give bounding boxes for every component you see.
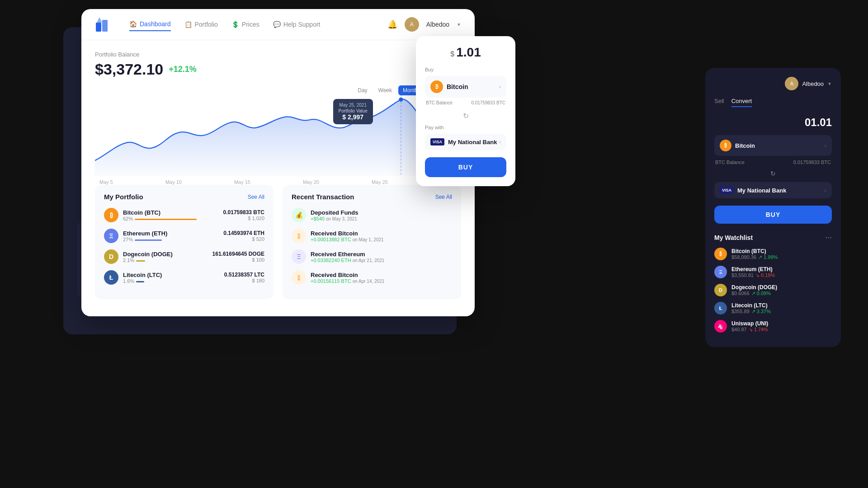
w-coin-name: Ethereum (ETH): [731, 266, 832, 272]
buy-coin-name: Bitcoin: [447, 83, 468, 90]
chevron-down-icon: ▼: [457, 22, 461, 27]
coin-pct: 1.6%: [123, 278, 224, 284]
coin-icon: D: [104, 249, 118, 264]
pay-with-selector[interactable]: VISA My National Bank ›: [425, 134, 506, 150]
chart-svg: [95, 94, 461, 176]
buy-section-label: Buy: [425, 67, 506, 72]
portfolio-see-all[interactable]: See All: [248, 194, 264, 200]
nav-prices[interactable]: 💲 Prices: [231, 18, 259, 31]
transactions-panel: Recent Transaction See All 💰 Deposited F…: [283, 185, 461, 299]
buy-button[interactable]: BUY: [425, 157, 506, 177]
username-nav[interactable]: Albedoo: [426, 21, 449, 28]
coin-amounts: 0.51238357 LTC $ 180: [224, 272, 264, 283]
transactions-see-all[interactable]: See All: [435, 194, 452, 200]
dark-btc-icon: ₿: [720, 140, 731, 151]
w-coin-info: Dogecoin (DOGE) $0.6066 ↗ 0.09%: [731, 284, 832, 296]
dark-tabs: Sell Convert: [714, 98, 832, 107]
progress-bar: [136, 281, 144, 282]
portfolio-icon: 📋: [184, 21, 192, 28]
coin-name: Dogecoin (DOGE): [123, 251, 212, 258]
coin-amounts: 0.01759833 BTC $ 1,020: [223, 209, 264, 221]
x-label-may10: May 10: [165, 179, 182, 185]
portfolio-label: Portfolio Balance: [95, 51, 461, 58]
btc-balance-value: 0.01759833 BTC: [471, 100, 505, 105]
w-price-change: ↗ 1.99%: [758, 254, 778, 260]
w-coin-icon: 🦄: [714, 320, 727, 333]
w-coin-info: Bitcoin (BTC) $58,090.36 ↗ 1.99%: [731, 248, 832, 260]
coin-amounts: 161.61694645 DOGE $ 100: [212, 251, 264, 263]
coin-pct: 62%: [123, 216, 223, 221]
dark-bank-chevron-icon: ›: [824, 187, 826, 194]
buy-coin-selector[interactable]: ₿ Bitcoin ›: [425, 76, 506, 98]
dark-balance-row: BTC Balance 0.01759833 BTC: [714, 160, 832, 165]
tx-name: Received Bitcoin: [311, 272, 452, 278]
notification-icon[interactable]: 🔔: [387, 19, 397, 29]
dark-nav: A Albedoo ▼: [714, 77, 832, 90]
tx-item: 💰 Deposited Funds +$540 on May 3, 2021: [292, 208, 452, 222]
portfolio-item: Ξ Ethereum (ETH) 27% 0.14593974 ETH $ 52…: [104, 229, 264, 243]
coin-pct: 2.1%: [123, 258, 212, 263]
dark-tab-convert[interactable]: Convert: [731, 98, 752, 107]
svg-rect-1: [102, 20, 108, 32]
portfolio-panel-header: My Portfolio See All: [104, 193, 264, 201]
watchlist-item: D Dogecoin (DOGE) $0.6066 ↗ 0.09%: [714, 284, 832, 296]
right-dark-panel: A Albedoo ▼ Sell Convert 01.01 ₿ Bitcoin…: [705, 68, 841, 347]
w-coin-name: Dogecoin (DOGE): [731, 284, 832, 291]
chart-xaxis: May 5 May 10 May 15 May 20 May 25 May 30: [95, 179, 461, 185]
tx-name: Received Bitcoin: [311, 230, 452, 237]
coin-name: Ethereum (ETH): [123, 230, 223, 237]
nav-help[interactable]: 💬 Help Support: [273, 18, 321, 31]
coin-crypto: 0.51238357 LTC: [224, 272, 264, 278]
balance-change: +12.1%: [169, 65, 197, 74]
watchlist-more-icon[interactable]: ···: [825, 233, 832, 242]
w-coin-name: Bitcoin (BTC): [731, 248, 832, 254]
tx-detail: +0.03382240 ETH on Apr 21, 2021: [311, 258, 452, 263]
w-price: $58,090.36: [731, 254, 756, 260]
portfolio-item: ₿ Bitcoin (BTC) 62% 0.01759833 BTC $ 1,0…: [104, 208, 264, 222]
buy-amount: 1.01: [456, 45, 481, 60]
bottom-panels: My Portfolio See All ₿ Bitcoin (BTC) 62%…: [95, 185, 461, 299]
tx-items: 💰 Deposited Funds +$540 on May 3, 2021 ₿…: [292, 208, 452, 285]
visa-icon: VISA: [430, 138, 444, 145]
buy-amount-display: $ 1.01: [425, 45, 506, 60]
transactions-panel-title: Recent Transaction: [292, 193, 354, 201]
coin-crypto: 0.14593974 ETH: [223, 230, 264, 236]
portfolio-panel: My Portfolio See All ₿ Bitcoin (BTC) 62%…: [95, 185, 274, 299]
tx-detail: +0.00156115 BTC on Apr 14, 2021: [311, 278, 452, 284]
w-coin-icon: ₿: [714, 248, 727, 260]
dark-visa-icon: VISA: [720, 187, 734, 194]
tx-icon: ₿: [292, 270, 306, 285]
dark-tab-sell[interactable]: Sell: [714, 98, 724, 107]
x-label-may25: May 25: [372, 179, 388, 185]
coin-usd: $ 180: [224, 278, 264, 283]
app-logo: [95, 16, 111, 33]
chevron-right-bank-icon: ›: [499, 139, 501, 145]
dark-buy-button[interactable]: BUY: [714, 206, 832, 224]
dark-user[interactable]: A Albedoo ▼: [785, 77, 832, 90]
w-coin-name: Uniswap (UNI): [731, 320, 832, 327]
nav-portfolio[interactable]: 📋 Portfolio: [184, 18, 218, 31]
watchlist-title: My Watchlist: [714, 234, 753, 241]
w-price: $0.6066: [731, 291, 750, 296]
w-coin-name: Litecoin (LTC): [731, 302, 832, 309]
dark-refresh-icon[interactable]: ↻: [770, 170, 776, 177]
w-price: $355.89: [731, 309, 750, 314]
w-coin-price: $355.89 ↗ 3.37%: [731, 309, 832, 314]
tx-name: Received Ethereum: [311, 251, 452, 258]
dashboard-icon: 🏠: [129, 20, 137, 28]
buy-panel: $ 1.01 Buy ₿ Bitcoin › BTC Balance 0.017…: [416, 36, 515, 186]
w-coin-info: Ethereum (ETH) $3,550.81 ↘ 0.19%: [731, 266, 832, 278]
refresh-icon[interactable]: ↻: [463, 112, 469, 120]
dark-refresh-row: ↻: [714, 169, 832, 178]
w-coin-price: $40.87 ↘ 1.74%: [731, 327, 832, 333]
portfolio-panel-title: My Portfolio: [104, 193, 143, 201]
tx-info: Received Bitcoin +0.00013882 BTC on May …: [311, 230, 452, 242]
dark-coin-selector[interactable]: ₿ Bitcoin ›: [714, 135, 832, 156]
w-price-change: ↘ 1.74%: [749, 327, 768, 333]
refresh-row: ↻: [425, 112, 506, 120]
watchlist-items: ₿ Bitcoin (BTC) $58,090.36 ↗ 1.99% Ξ Eth…: [714, 248, 832, 333]
dark-pay-selector[interactable]: VISA My National Bank ›: [714, 182, 832, 198]
tx-icon: 💰: [292, 208, 306, 222]
nav-dashboard[interactable]: 🏠 Dashboard: [129, 18, 171, 31]
coin-icon: ₿: [104, 208, 118, 222]
